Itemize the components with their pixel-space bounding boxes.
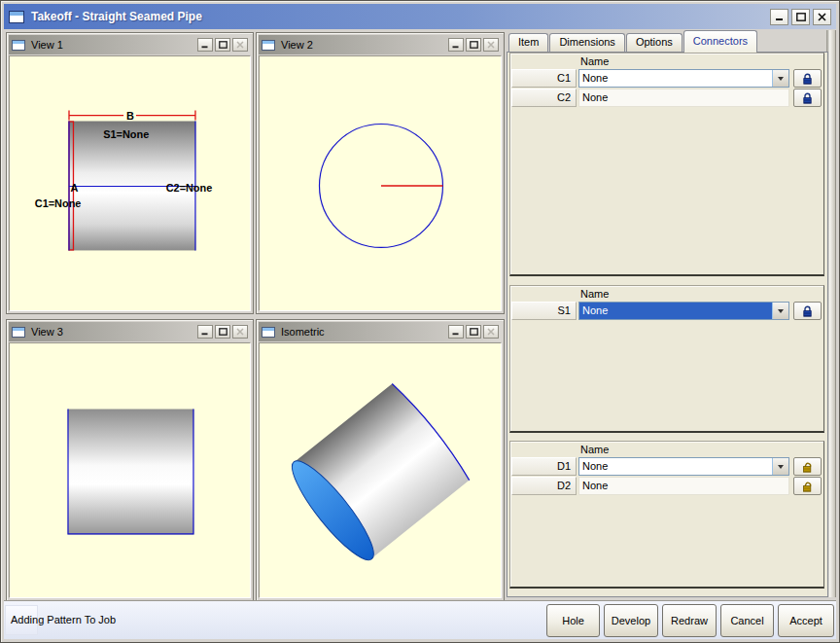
- view1-window-icon: [12, 40, 25, 51]
- d1-value: None: [579, 458, 772, 475]
- s1-label: S1: [511, 302, 577, 320]
- row-d2: D2 None: [510, 477, 823, 495]
- redraw-button[interactable]: Redraw: [662, 604, 717, 637]
- view2-title-bar: View 2: [259, 35, 502, 54]
- close-icon: [487, 328, 495, 336]
- view2-canvas[interactable]: [259, 55, 502, 311]
- view3-canvas[interactable]: [9, 342, 251, 598]
- isometric-minimize-button[interactable]: [448, 325, 464, 339]
- c2-label: C2: [511, 89, 577, 107]
- status-message: Adding Pattern To Job: [11, 614, 116, 625]
- row-d1: D1 None: [510, 457, 823, 476]
- connectors-c-group: Name C1 None C2 None: [509, 53, 824, 276]
- tab-item[interactable]: Item: [508, 33, 548, 52]
- window-title: Takeoff - Straight Seamed Pipe: [31, 10, 767, 23]
- view3-title-bar: View 3: [9, 322, 251, 341]
- minimize-button[interactable]: [770, 9, 788, 25]
- view3-maximize-button[interactable]: [215, 325, 230, 339]
- tab-dimensions[interactable]: Dimensions: [549, 33, 624, 52]
- isometric-drawing: [260, 343, 501, 597]
- close-icon: [236, 328, 244, 336]
- isometric-title-bar: Isometric: [259, 322, 502, 341]
- lock-closed-icon: [802, 73, 813, 85]
- connectors-d-group: Name D1 None D2 None: [509, 441, 824, 589]
- status-bar: Adding Pattern To Job Hole Develop Redra…: [4, 600, 836, 639]
- s1-value: None: [579, 303, 772, 319]
- hole-button[interactable]: Hole: [546, 604, 600, 637]
- c1-name-dropdown[interactable]: None: [578, 69, 789, 88]
- view3-minimize-button[interactable]: [197, 325, 213, 339]
- cancel-button[interactable]: Cancel: [720, 604, 774, 637]
- connectors-s-group: Name S1 None: [509, 285, 824, 433]
- dim-label-c2: C2=None: [166, 182, 213, 194]
- minimize-icon: [775, 13, 785, 21]
- isometric-close-button[interactable]: [483, 325, 499, 339]
- s1-lock-button[interactable]: [793, 302, 822, 320]
- lock-closed-icon: [802, 305, 813, 317]
- develop-button[interactable]: Develop: [604, 604, 658, 637]
- maximize-icon: [470, 328, 478, 336]
- view2-close-button[interactable]: [483, 38, 499, 52]
- view3-title: View 3: [31, 326, 195, 338]
- isometric-canvas[interactable]: [259, 342, 502, 598]
- maximize-icon: [219, 328, 228, 336]
- d1-name-dropdown[interactable]: None: [578, 457, 789, 476]
- close-icon: [818, 13, 826, 21]
- close-button[interactable]: [813, 9, 831, 25]
- chevron-down-icon: [778, 309, 784, 313]
- c2-value[interactable]: None: [578, 89, 789, 107]
- maximize-icon: [796, 13, 806, 21]
- view2-title: View 2: [281, 39, 446, 51]
- c1-value: None: [579, 70, 772, 87]
- d1-lock-button[interactable]: [793, 457, 822, 476]
- isometric-title: Isometric: [281, 326, 446, 338]
- view2-drawing: [260, 56, 501, 310]
- chevron-down-icon: [778, 77, 784, 81]
- app-window-icon: [9, 11, 24, 23]
- dim-label-b: B: [126, 110, 134, 122]
- chevron-down-icon: [778, 465, 784, 469]
- view3-close-button[interactable]: [232, 325, 248, 339]
- maximize-icon: [219, 41, 228, 49]
- connectors-page: Name C1 None C2 None Name: [507, 52, 828, 597]
- row-s1: S1 None: [510, 302, 823, 320]
- view1-minimize-button[interactable]: [197, 38, 213, 52]
- s1-name-dropdown[interactable]: None: [578, 302, 789, 320]
- accept-button[interactable]: Accept: [778, 604, 834, 637]
- name-column-header: Name: [510, 286, 823, 302]
- row-c1: C1 None: [510, 69, 823, 88]
- c1-lock-button[interactable]: [793, 69, 822, 88]
- c1-dropdown-button[interactable]: [772, 70, 788, 87]
- tab-connectors[interactable]: Connectors: [683, 30, 757, 53]
- d1-dropdown-button[interactable]: [772, 458, 788, 475]
- d1-label: D1: [511, 457, 577, 476]
- view2-window-icon: [262, 40, 275, 51]
- minimize-icon: [201, 41, 209, 49]
- title-bar: Takeoff - Straight Seamed Pipe: [4, 4, 836, 29]
- maximize-button[interactable]: [791, 9, 810, 25]
- name-column-header: Name: [510, 54, 823, 69]
- lock-closed-icon: [802, 92, 813, 104]
- s1-dropdown-button[interactable]: [772, 303, 788, 319]
- close-icon: [236, 41, 244, 49]
- c2-lock-button[interactable]: [793, 89, 822, 107]
- tab-options[interactable]: Options: [626, 33, 682, 52]
- view1-title-bar: View 1: [9, 35, 251, 54]
- c1-label: C1: [511, 69, 577, 88]
- view1-canvas[interactable]: B S1=None A C2=None C1=None: [9, 55, 251, 311]
- dim-label-c1: C1=None: [35, 197, 82, 209]
- d2-label: D2: [511, 477, 577, 495]
- view1-drawing: B S1=None A C2=None C1=None: [10, 56, 250, 310]
- view2-minimize-button[interactable]: [448, 38, 464, 52]
- view1-maximize-button[interactable]: [215, 38, 230, 52]
- view1-close-button[interactable]: [232, 38, 248, 52]
- d2-value[interactable]: None: [578, 477, 789, 495]
- d2-lock-button[interactable]: [793, 477, 822, 495]
- lock-open-icon: [801, 481, 814, 492]
- lock-open-icon: [801, 461, 814, 473]
- view1-title: View 1: [31, 39, 195, 51]
- isometric-window: Isometric: [256, 319, 505, 601]
- view2-maximize-button[interactable]: [466, 38, 481, 52]
- close-icon: [487, 41, 495, 49]
- isometric-maximize-button[interactable]: [466, 325, 481, 339]
